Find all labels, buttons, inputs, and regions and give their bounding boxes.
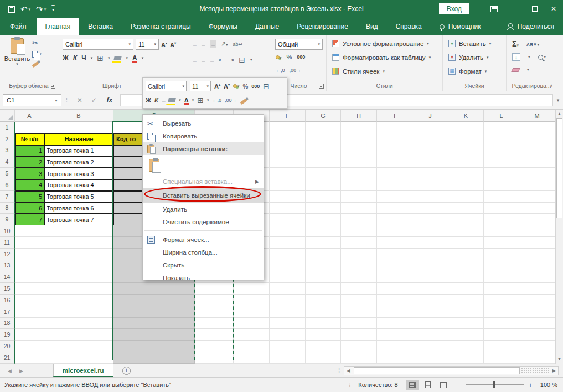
cell-M14[interactable] xyxy=(519,271,555,283)
column-header-I[interactable]: I xyxy=(377,110,412,122)
decrease-indent-button[interactable]: ⇤ xyxy=(219,56,224,64)
cell-B8[interactable]: Торговая точка 6 xyxy=(44,203,113,214)
page-layout-view-button[interactable] xyxy=(421,380,435,390)
cell-L3[interactable] xyxy=(484,145,519,157)
cell-F17[interactable] xyxy=(270,306,306,318)
formula-bar-grip[interactable]: ⁞ xyxy=(66,97,68,104)
insert-cells-button[interactable]: Вставить▾ xyxy=(448,40,491,47)
menu-item-copy[interactable]: Копировать xyxy=(143,130,264,142)
mini-comma-button[interactable]: 000 xyxy=(251,84,260,89)
cell-G13[interactable] xyxy=(306,260,341,272)
minimize-button[interactable]: ─ xyxy=(507,0,525,18)
cell-F13[interactable] xyxy=(270,260,306,272)
cell-L7[interactable] xyxy=(484,191,519,203)
row-header-17[interactable]: 17 xyxy=(0,306,15,318)
cell-I16[interactable] xyxy=(377,295,412,306)
cell-A8[interactable]: 6 xyxy=(15,203,44,214)
cell-B21[interactable] xyxy=(44,352,113,364)
cell-H19[interactable] xyxy=(341,329,377,341)
row-header-15[interactable]: 15 xyxy=(0,283,15,295)
cell-C19[interactable] xyxy=(113,329,195,341)
zoom-out-button[interactable]: − xyxy=(458,381,462,389)
row-header-14[interactable]: 14 xyxy=(0,271,15,283)
align-top-button[interactable]: ≡ xyxy=(193,40,197,48)
column-header-J[interactable]: J xyxy=(412,110,448,122)
cell-K13[interactable] xyxy=(448,260,484,272)
cell-B13[interactable] xyxy=(44,260,113,272)
row-header-3[interactable]: 3 xyxy=(0,145,15,157)
cell-K12[interactable] xyxy=(448,249,484,260)
cell-L18[interactable] xyxy=(484,318,519,329)
cell-A17[interactable] xyxy=(15,306,44,318)
find-select-button[interactable]: ▾ xyxy=(538,55,546,60)
cell-A21[interactable] xyxy=(15,352,44,364)
zoom-slider[interactable] xyxy=(466,384,524,385)
cell-K11[interactable] xyxy=(448,237,484,249)
column-header-L[interactable]: L xyxy=(484,110,519,122)
cell-C18[interactable] xyxy=(113,318,195,329)
zoom-level[interactable]: 100 % xyxy=(540,381,557,388)
scroll-right-icon[interactable]: ▶ xyxy=(550,368,558,373)
cell-J14[interactable] xyxy=(412,271,448,283)
cell-H15[interactable] xyxy=(341,283,377,295)
font-color-button[interactable]: А xyxy=(132,54,137,62)
cell-I14[interactable] xyxy=(377,271,412,283)
row-header-11[interactable]: 11 xyxy=(0,237,15,249)
cell-K10[interactable] xyxy=(448,225,484,237)
cell-I20[interactable] xyxy=(377,341,412,352)
cell-J8[interactable] xyxy=(412,203,448,214)
cell-B11[interactable] xyxy=(44,237,113,249)
menu-item-clear-contents[interactable]: Очистить содержимое xyxy=(143,215,264,228)
cell-B19[interactable] xyxy=(44,329,113,341)
cell-E21[interactable] xyxy=(234,352,270,364)
cell-M17[interactable] xyxy=(519,306,555,318)
menu-item-insert-cut-cells[interactable]: Вставить вырезанные ячейки xyxy=(143,188,264,203)
tab-assistant[interactable]: Помощник xyxy=(431,18,490,35)
cell-B6[interactable]: Торговая точка 4 xyxy=(44,179,113,191)
row-header-5[interactable]: 5 xyxy=(0,168,15,179)
column-header-B[interactable]: B xyxy=(44,110,113,122)
cell-B2[interactable]: Название xyxy=(44,133,113,145)
align-left-button[interactable]: ≡ xyxy=(193,56,197,64)
cell-G16[interactable] xyxy=(306,295,341,306)
paste-button[interactable]: Вставить ▾ xyxy=(4,38,30,78)
cell-E20[interactable] xyxy=(234,341,270,352)
align-right-button[interactable]: ≡ xyxy=(210,56,214,64)
number-dialog-launcher[interactable] xyxy=(319,84,324,89)
borders-button[interactable] xyxy=(97,54,104,63)
mini-increase-decimal-button[interactable]: ←,0 xyxy=(213,97,222,103)
column-header-H[interactable]: H xyxy=(341,110,377,122)
cell-M3[interactable] xyxy=(519,145,555,157)
cell-L8[interactable] xyxy=(484,203,519,214)
name-box-dropdown-icon[interactable]: ▾ xyxy=(51,98,61,103)
row-header-19[interactable]: 19 xyxy=(0,329,15,341)
mini-decrease-decimal-button[interactable]: ,00→ xyxy=(225,97,237,103)
cell-B10[interactable] xyxy=(44,225,113,237)
cell-G11[interactable] xyxy=(306,237,341,249)
align-center-button[interactable]: ≡ xyxy=(202,56,205,64)
cell-B4[interactable]: Торговая точка 2 xyxy=(44,156,113,168)
cell-B14[interactable] xyxy=(44,271,113,283)
cell-A9[interactable]: 7 xyxy=(15,214,44,225)
cell-F8[interactable] xyxy=(270,203,306,214)
menu-item-cut[interactable]: Вырезать xyxy=(143,117,264,130)
conditional-formatting-button[interactable]: Условное форматирование▾ xyxy=(332,40,429,47)
cell-B18[interactable] xyxy=(44,318,113,329)
scroll-up-icon[interactable]: ▲ xyxy=(556,110,563,118)
cell-G14[interactable] xyxy=(306,271,341,283)
cell-G8[interactable] xyxy=(306,203,341,214)
mini-fill-color-button[interactable] xyxy=(168,98,176,102)
cell-M20[interactable] xyxy=(519,341,555,352)
cell-G20[interactable] xyxy=(306,341,341,352)
cell-M5[interactable] xyxy=(519,168,555,179)
cell-G1[interactable] xyxy=(306,122,341,133)
cell-D19[interactable] xyxy=(195,329,234,341)
cell-J3[interactable] xyxy=(412,145,448,157)
cell-D20[interactable] xyxy=(195,341,234,352)
row-header-8[interactable]: 8 xyxy=(0,203,15,214)
increase-indent-button[interactable]: ⇥ xyxy=(229,56,234,64)
cell-K14[interactable] xyxy=(448,271,484,283)
cell-I10[interactable] xyxy=(377,225,412,237)
cell-M11[interactable] xyxy=(519,237,555,249)
cell-F14[interactable] xyxy=(270,271,306,283)
